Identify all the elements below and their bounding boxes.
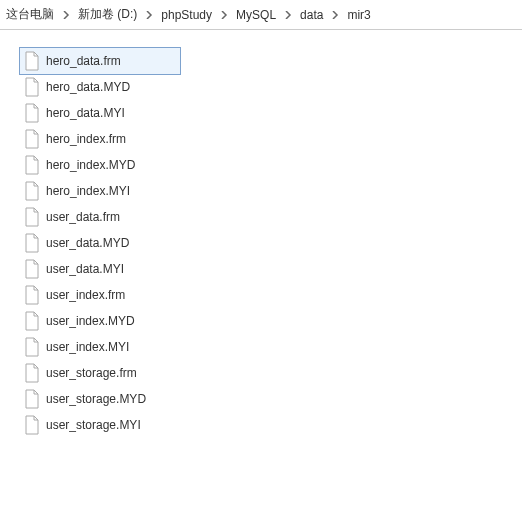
breadcrumb-item[interactable]: MySQL — [234, 6, 278, 24]
chevron-right-icon — [216, 11, 232, 19]
file-icon — [24, 77, 40, 97]
file-name: user_index.MYI — [46, 340, 129, 354]
file-item[interactable]: user_index.MYD — [20, 308, 180, 334]
file-name: user_storage.MYD — [46, 392, 146, 406]
file-item[interactable]: hero_index.MYD — [20, 152, 180, 178]
file-item[interactable]: user_storage.MYD — [20, 386, 180, 412]
file-item[interactable]: user_storage.MYI — [20, 412, 180, 438]
file-icon — [24, 181, 40, 201]
file-name: hero_data.MYI — [46, 106, 125, 120]
file-item[interactable]: user_data.MYD — [20, 230, 180, 256]
chevron-right-icon — [141, 11, 157, 19]
file-icon — [24, 51, 40, 71]
breadcrumb-item[interactable]: 这台电脑 — [4, 4, 56, 25]
file-list[interactable]: hero_data.frm hero_data.MYD hero_data.MY… — [0, 30, 522, 438]
file-name: user_index.frm — [46, 288, 125, 302]
file-name: hero_index.MYI — [46, 184, 130, 198]
chevron-right-icon — [280, 11, 296, 19]
file-item[interactable]: hero_data.MYD — [20, 74, 180, 100]
file-icon — [24, 389, 40, 409]
breadcrumb-item[interactable]: 新加卷 (D:) — [76, 4, 139, 25]
file-icon — [24, 207, 40, 227]
file-icon — [24, 337, 40, 357]
file-name: hero_index.MYD — [46, 158, 135, 172]
file-icon — [24, 311, 40, 331]
file-icon — [24, 129, 40, 149]
file-item[interactable]: user_data.MYI — [20, 256, 180, 282]
file-icon — [24, 285, 40, 305]
file-icon — [24, 363, 40, 383]
file-item[interactable]: hero_data.MYI — [20, 100, 180, 126]
chevron-right-icon — [58, 11, 74, 19]
file-icon — [24, 103, 40, 123]
file-name: user_data.MYD — [46, 236, 129, 250]
file-name: user_storage.frm — [46, 366, 137, 380]
file-item[interactable]: hero_index.frm — [20, 126, 180, 152]
chevron-right-icon — [327, 11, 343, 19]
file-icon — [24, 415, 40, 435]
file-item[interactable]: user_index.MYI — [20, 334, 180, 360]
breadcrumb[interactable]: 这台电脑 新加卷 (D:) phpStudy MySQL data mir3 — [0, 0, 522, 30]
file-name: hero_data.frm — [46, 54, 121, 68]
file-icon — [24, 155, 40, 175]
file-name: user_index.MYD — [46, 314, 135, 328]
file-icon — [24, 233, 40, 253]
breadcrumb-item[interactable]: mir3 — [345, 6, 372, 24]
breadcrumb-item[interactable]: phpStudy — [159, 6, 214, 24]
file-item[interactable]: user_data.frm — [20, 204, 180, 230]
file-name: user_storage.MYI — [46, 418, 141, 432]
file-item[interactable]: user_storage.frm — [20, 360, 180, 386]
file-item[interactable]: user_index.frm — [20, 282, 180, 308]
file-item[interactable]: hero_data.frm — [20, 48, 180, 74]
file-item[interactable]: hero_index.MYI — [20, 178, 180, 204]
file-name: hero_index.frm — [46, 132, 126, 146]
file-name: hero_data.MYD — [46, 80, 130, 94]
file-name: user_data.frm — [46, 210, 120, 224]
file-name: user_data.MYI — [46, 262, 124, 276]
breadcrumb-item[interactable]: data — [298, 6, 325, 24]
file-icon — [24, 259, 40, 279]
